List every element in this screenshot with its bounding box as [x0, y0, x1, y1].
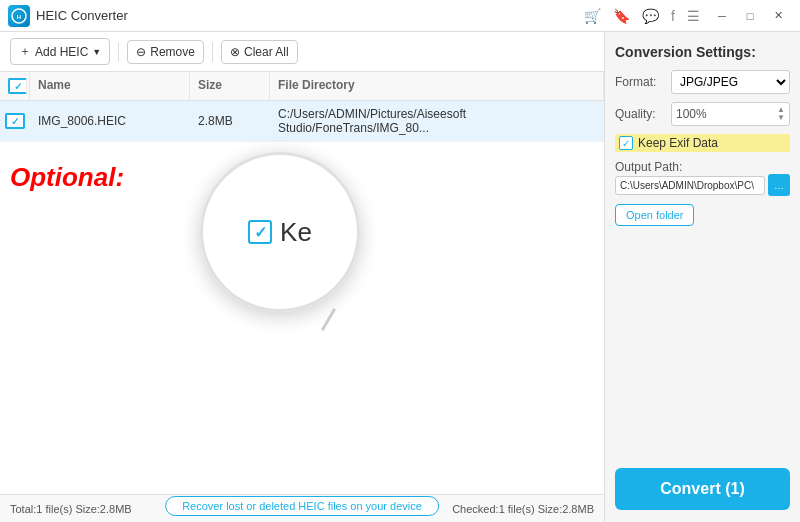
magnified-checkbox: ✓ [248, 220, 272, 244]
quality-input: 100% ▲ ▼ [671, 102, 790, 126]
app-body: ＋ Add HEIC ▼ ⊖ Remove ⊗ Clear All Name [0, 32, 800, 522]
keep-exif-check-icon: ✓ [622, 138, 630, 149]
add-heic-button[interactable]: ＋ Add HEIC ▼ [10, 38, 110, 65]
keep-exif-row[interactable]: ✓ Keep Exif Data [615, 134, 790, 152]
add-heic-label: Add HEIC [35, 45, 88, 59]
row-name: IMG_8006.HEIC [30, 108, 190, 134]
right-panel: Conversion Settings: Format: JPG/JPEG PN… [605, 32, 800, 522]
window-controls: ─ □ ✕ [708, 5, 792, 27]
quality-value: 100% [676, 107, 707, 121]
magnifier-content: ✓ Ke [248, 217, 312, 248]
quality-spinner: ▲ ▼ [777, 106, 785, 122]
keep-exif-checkbox[interactable]: ✓ [619, 136, 633, 150]
row-checkbox-cell [0, 107, 30, 135]
clear-icon: ⊗ [230, 45, 240, 59]
row-checkbox[interactable] [5, 113, 25, 129]
checked-status: Checked:1 file(s) Size:2.8MB [452, 503, 594, 515]
header-directory: File Directory [270, 72, 604, 100]
settings-title: Conversion Settings: [615, 44, 790, 60]
row-size: 2.8MB [190, 108, 270, 134]
browse-button[interactable]: … [768, 174, 790, 196]
quality-row: Quality: 100% ▲ ▼ [615, 102, 790, 126]
minimize-button[interactable]: ─ [708, 5, 736, 27]
left-panel: ＋ Add HEIC ▼ ⊖ Remove ⊗ Clear All Name [0, 32, 605, 522]
format-row: Format: JPG/JPEG PNG GIF BMP TIFF [615, 70, 790, 94]
magnifier-area: ✓ Ke [180, 152, 380, 312]
titlebar-actions: 🛒 🔖 💬 f ☰ [584, 8, 700, 24]
recover-button[interactable]: Recover lost or deleted HEIC files on yo… [165, 496, 439, 516]
table-header: Name Size File Directory [0, 72, 604, 101]
cart-icon[interactable]: 🛒 [584, 8, 601, 24]
magnifier-circle: ✓ Ke [200, 152, 360, 312]
plus-icon: ＋ [19, 43, 31, 60]
close-button[interactable]: ✕ [764, 5, 792, 27]
magnifier-stem [321, 308, 336, 331]
optional-label: Optional: [10, 162, 124, 193]
remove-label: Remove [150, 45, 195, 59]
output-path-value: C:\Users\ADMIN\Dropbox\PC\ [615, 176, 765, 195]
quality-label: Quality: [615, 107, 665, 121]
clear-label: Clear All [244, 45, 289, 59]
remove-button[interactable]: ⊖ Remove [127, 40, 204, 64]
dropdown-arrow-icon: ▼ [92, 47, 101, 57]
app-logo: H [8, 5, 30, 27]
header-checkbox[interactable] [8, 78, 27, 94]
open-folder-button[interactable]: Open folder [615, 204, 694, 226]
bookmark-icon[interactable]: 🔖 [613, 8, 630, 24]
format-label: Format: [615, 75, 665, 89]
titlebar: H HEIC Converter 🛒 🔖 💬 f ☰ ─ □ ✕ [0, 0, 800, 32]
file-table: Name Size File Directory IMG_8006.HEIC 2… [0, 72, 604, 494]
table-row[interactable]: IMG_8006.HEIC 2.8MB C:/Users/ADMIN/Pictu… [0, 101, 604, 142]
bottom-bar: Total:1 file(s) Size:2.8MB Checked:1 fil… [0, 494, 604, 522]
total-status: Total:1 file(s) Size:2.8MB [10, 503, 132, 515]
keep-exif-label: Keep Exif Data [638, 136, 718, 150]
toolbar: ＋ Add HEIC ▼ ⊖ Remove ⊗ Clear All [0, 32, 604, 72]
chat-icon[interactable]: 💬 [642, 8, 659, 24]
toolbar-separator [118, 42, 119, 62]
header-checkbox-col [0, 72, 30, 100]
magnified-text: Ke [280, 217, 312, 248]
row-directory: C:/Users/ADMIN/Pictures/Aiseesoft Studio… [270, 101, 604, 141]
header-size: Size [190, 72, 270, 100]
magnified-check-icon: ✓ [254, 223, 267, 242]
toolbar-separator-2 [212, 42, 213, 62]
output-path-row: C:\Users\ADMIN\Dropbox\PC\ … [615, 174, 790, 196]
quality-decrement[interactable]: ▼ [777, 114, 785, 122]
clear-all-button[interactable]: ⊗ Clear All [221, 40, 298, 64]
app-title: HEIC Converter [36, 8, 584, 23]
svg-text:H: H [17, 14, 21, 20]
header-name: Name [30, 72, 190, 100]
maximize-button[interactable]: □ [736, 5, 764, 27]
menu-icon[interactable]: ☰ [687, 8, 700, 24]
facebook-icon[interactable]: f [671, 8, 675, 24]
format-select[interactable]: JPG/JPEG PNG GIF BMP TIFF [671, 70, 790, 94]
minus-icon: ⊖ [136, 45, 146, 59]
output-path-section: Output Path: C:\Users\ADMIN\Dropbox\PC\ … [615, 160, 790, 196]
convert-button[interactable]: Convert (1) [615, 468, 790, 510]
output-path-label: Output Path: [615, 160, 790, 174]
